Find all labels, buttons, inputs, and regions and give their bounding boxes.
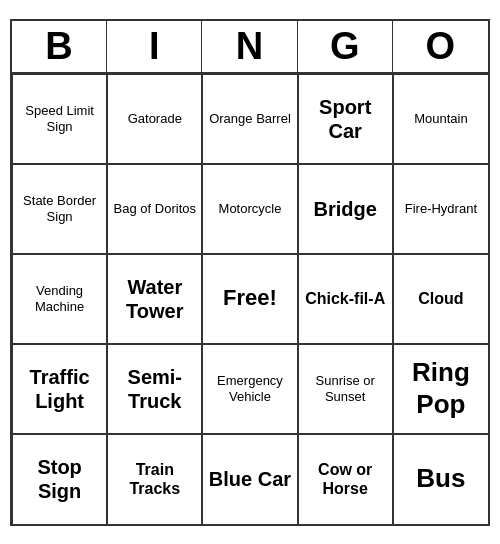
cell-label: Sunrise or Sunset	[303, 373, 388, 404]
cell-label: Traffic Light	[17, 365, 102, 413]
cell-label: Orange Barrel	[209, 111, 291, 127]
cell-label: Blue Car	[209, 467, 291, 491]
cell-label: Train Tracks	[112, 460, 197, 498]
bingo-cell: Traffic Light	[12, 344, 107, 434]
cell-label: Cloud	[418, 289, 463, 308]
bingo-header-cell: O	[393, 21, 488, 72]
cell-label: Emergency Vehicle	[207, 373, 292, 404]
bingo-cell: Fire-Hydrant	[393, 164, 488, 254]
cell-label: Fire-Hydrant	[405, 201, 477, 217]
cell-label: Bag of Doritos	[114, 201, 196, 217]
bingo-grid: Speed Limit SignGatoradeOrange BarrelSpo…	[12, 74, 488, 524]
cell-label: Sport Car	[303, 95, 388, 143]
bingo-cell: Cow or Horse	[298, 434, 393, 524]
bingo-header: BINGO	[12, 21, 488, 74]
cell-label: Speed Limit Sign	[17, 103, 102, 134]
bingo-cell: Bus	[393, 434, 488, 524]
bingo-header-cell: B	[12, 21, 107, 72]
bingo-cell: Bag of Doritos	[107, 164, 202, 254]
cell-label: Motorcycle	[219, 201, 282, 217]
bingo-cell: Gatorade	[107, 74, 202, 164]
bingo-cell: Sport Car	[298, 74, 393, 164]
bingo-cell: Emergency Vehicle	[202, 344, 297, 434]
cell-label: Cow or Horse	[303, 460, 388, 498]
cell-label: Bus	[416, 463, 465, 494]
cell-label: Water Tower	[112, 275, 197, 323]
cell-label: State Border Sign	[17, 193, 102, 224]
bingo-cell: Speed Limit Sign	[12, 74, 107, 164]
bingo-cell: Ring Pop	[393, 344, 488, 434]
bingo-header-cell: I	[107, 21, 202, 72]
cell-label: Vending Machine	[17, 283, 102, 314]
cell-label: Ring Pop	[398, 357, 484, 419]
cell-label: Free!	[223, 285, 277, 311]
bingo-header-cell: G	[298, 21, 393, 72]
bingo-cell: Stop Sign	[12, 434, 107, 524]
cell-label: Semi-Truck	[112, 365, 197, 413]
bingo-cell: Blue Car	[202, 434, 297, 524]
bingo-cell: Cloud	[393, 254, 488, 344]
bingo-cell: Mountain	[393, 74, 488, 164]
bingo-cell: Orange Barrel	[202, 74, 297, 164]
bingo-card: BINGO Speed Limit SignGatoradeOrange Bar…	[10, 19, 490, 526]
bingo-cell: Sunrise or Sunset	[298, 344, 393, 434]
bingo-cell: State Border Sign	[12, 164, 107, 254]
bingo-cell: Bridge	[298, 164, 393, 254]
cell-label: Gatorade	[128, 111, 182, 127]
bingo-cell: Semi-Truck	[107, 344, 202, 434]
bingo-cell: Water Tower	[107, 254, 202, 344]
bingo-cell: Motorcycle	[202, 164, 297, 254]
bingo-cell: Free!	[202, 254, 297, 344]
bingo-header-cell: N	[202, 21, 297, 72]
cell-label: Stop Sign	[17, 455, 102, 503]
bingo-cell: Train Tracks	[107, 434, 202, 524]
bingo-cell: Vending Machine	[12, 254, 107, 344]
cell-label: Chick-fil-A	[305, 289, 385, 308]
cell-label: Mountain	[414, 111, 467, 127]
cell-label: Bridge	[314, 197, 377, 221]
bingo-cell: Chick-fil-A	[298, 254, 393, 344]
